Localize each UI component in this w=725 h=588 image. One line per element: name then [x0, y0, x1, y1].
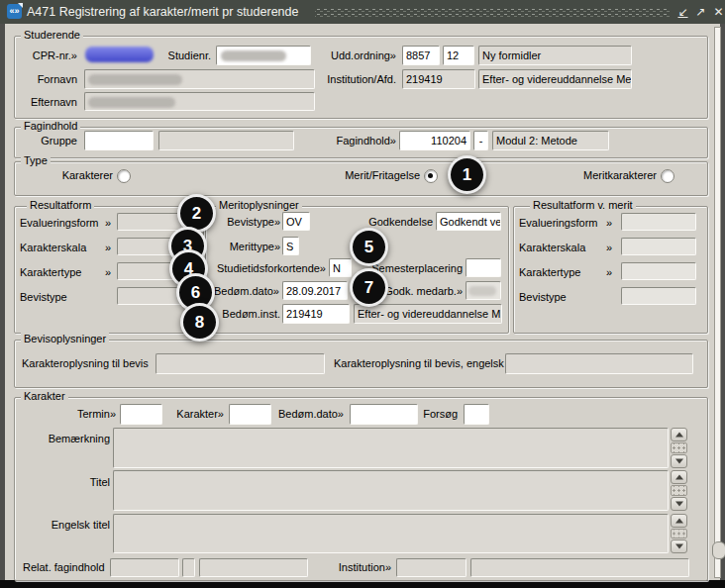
scroll-thumb[interactable] — [671, 485, 687, 496]
bedominst-field[interactable]: 219419 — [282, 304, 350, 324]
karaktertype-label: Karaktertype — [20, 266, 81, 279]
godk-medarb-label: Godk. medarb.» — [383, 285, 463, 298]
uddordning-kode-field[interactable]: 8857 — [402, 46, 440, 65]
relat-fagindhold-separator-field — [182, 558, 195, 577]
fagindhold-separator-field: - — [473, 131, 488, 150]
title-bar[interactable]: «» A471 Registrering af karakter/merit p… — [0, 0, 725, 24]
redacted-cpr-value — [85, 47, 154, 62]
termin-label: Termin» — [56, 408, 116, 421]
a471-window: «» A471 Registrering af karakter/merit p… — [0, 0, 725, 588]
titel-scrollbar[interactable] — [671, 470, 687, 511]
bemaerkning-label: Bemærkning — [41, 433, 110, 445]
godk-medarb-field — [466, 281, 501, 300]
fagindhold-label: Fagindhold» — [327, 135, 396, 147]
group-type-legend: Type — [21, 154, 51, 167]
studietidsforkortende-label: Studietidsforkortende» — [212, 262, 326, 275]
bedomdato-label: Bedøm.dato» — [210, 285, 279, 298]
relat-fagindhold-kode-field — [110, 558, 179, 577]
merit-fritagelse-radio-label: Merit/Fritagelse — [331, 169, 420, 182]
scroll-down-icon[interactable] — [671, 454, 687, 468]
group-bevisoplysninger-legend: Bevisoplysninger — [21, 333, 109, 345]
annotation-badge-7: 7 — [350, 268, 388, 307]
karakter-field[interactable] — [229, 404, 271, 425]
relat-fagindhold-label: Relat. fagindhold — [23, 561, 102, 574]
gruppe-kode-field[interactable] — [84, 131, 154, 150]
scroll-thumb[interactable] — [671, 442, 687, 453]
uddordning-version-field[interactable]: 12 — [443, 46, 474, 65]
window-title: A471 Registrering af karakter/merit pr s… — [27, 0, 298, 24]
cpr-label: CPR-nr.» — [18, 49, 77, 62]
merittype-field[interactable]: S — [282, 237, 299, 255]
karakteroplysning-bevis-engelsk-field — [505, 353, 693, 374]
fagindhold-navn-field: Modul 2: Metode — [492, 131, 609, 150]
bedominst-navn-field: Efter- og videreuddannelse M — [354, 304, 502, 324]
engelsk-titel-scrollbar[interactable] — [671, 514, 687, 553]
karakterskala-required-marker: » — [105, 242, 111, 254]
merit-bevistype2-field — [621, 287, 696, 305]
institution-kode-field: 219419 — [402, 69, 475, 89]
merit-evalueringsform-label: Evalueringsform — [519, 217, 597, 230]
relat-institution-kode-field — [396, 558, 466, 577]
merit-bevistype-field[interactable]: OV — [282, 212, 310, 231]
bevistype-label: Bevistype — [20, 291, 67, 304]
scroll-down-icon[interactable] — [671, 539, 687, 553]
karakteroplysning-bevis-engelsk-label: Karakteroplysning til bevis, engelsk — [334, 357, 504, 370]
karakterer-radio[interactable] — [117, 169, 131, 183]
merit-karaktertype-required-marker: » — [606, 266, 612, 279]
relat-fagindhold-navn-field — [199, 558, 308, 577]
karakteroplysning-bevis-field — [155, 353, 325, 374]
close-icon[interactable]: ✕ — [712, 0, 725, 24]
evalueringsform-required-marker: » — [105, 217, 111, 230]
merit-karaktertype-label: Karaktertype — [519, 266, 580, 279]
titel-field — [113, 470, 669, 511]
uddordning-label: Udd.ordning» — [317, 49, 396, 62]
redacted-efternavn-value — [88, 97, 175, 108]
godkendelse-field[interactable]: Godkendt ved — [436, 212, 501, 231]
fornavn-field — [84, 69, 315, 89]
studienr-field[interactable] — [216, 46, 311, 65]
bemaerkning-scrollbar[interactable] — [671, 428, 687, 468]
merit-bevistype-label: Bevistype» — [211, 216, 280, 229]
meritkarakterer-radio-label: Meritkarakterer — [568, 169, 657, 182]
karakter-bedomdato-label: Bedøm.dato» — [274, 408, 344, 421]
minimize-icon[interactable]: ↙ — [675, 0, 690, 24]
merit-karakterskala-label: Karakterskala — [519, 242, 585, 254]
merit-fritagelse-radio[interactable] — [424, 169, 438, 183]
scroll-up-icon[interactable] — [671, 428, 687, 441]
evalueringsform-label: Evalueringsform — [20, 217, 98, 230]
maximize-icon[interactable]: ↗ — [693, 0, 708, 24]
group-fagindhold-legend: Fagindhold — [21, 120, 80, 133]
forsog-field[interactable] — [464, 404, 489, 425]
relat-institution-label: Institution» — [332, 561, 391, 574]
karakter-label: Karakter» — [164, 408, 224, 421]
fagindhold-kode-field[interactable]: 110204 — [399, 131, 470, 150]
window-border-left — [0, 24, 5, 580]
merit-karaktertype-field — [621, 262, 696, 280]
scroll-up-icon[interactable] — [671, 514, 687, 528]
semesterplacering-field[interactable] — [466, 258, 501, 277]
studietidsforkortende-field[interactable]: N — [329, 258, 352, 277]
canvas-scrollbar-button[interactable] — [712, 541, 725, 559]
merit-bevistype2-label: Bevistype — [519, 291, 567, 304]
karakteroplysning-bevis-label: Karakteroplysning til bevis — [22, 357, 149, 370]
annotation-badge-5: 5 — [350, 228, 388, 266]
meritkarakterer-radio[interactable] — [661, 169, 674, 183]
group-studerende-legend: Studerende — [21, 29, 83, 42]
efternavn-field — [84, 92, 315, 111]
app-icon: «» — [7, 4, 22, 19]
termin-field[interactable] — [120, 404, 162, 425]
scroll-thumb[interactable] — [671, 529, 687, 539]
institution-afd-label: Institution/Afd. — [317, 73, 396, 86]
group-karakter-legend: Karakter — [21, 390, 68, 403]
canvas-scrollbar-track[interactable] — [714, 27, 721, 578]
engelsk-titel-field — [113, 514, 669, 553]
efternavn-label: Efternavn — [18, 96, 77, 109]
institution-navn-field: Efter- og videreuddannelse Met — [478, 69, 632, 89]
window-border-bottom — [0, 580, 725, 588]
group-resultatform-merit-legend: Resultatform v. merit — [530, 199, 636, 212]
scroll-down-icon[interactable] — [671, 497, 687, 511]
godkendelse-label: Godkendelse — [363, 216, 433, 229]
redacted-fornavn-value — [88, 74, 182, 85]
scroll-up-icon[interactable] — [671, 470, 687, 484]
bedomdato-field[interactable]: 28.09.2017 — [282, 281, 348, 300]
